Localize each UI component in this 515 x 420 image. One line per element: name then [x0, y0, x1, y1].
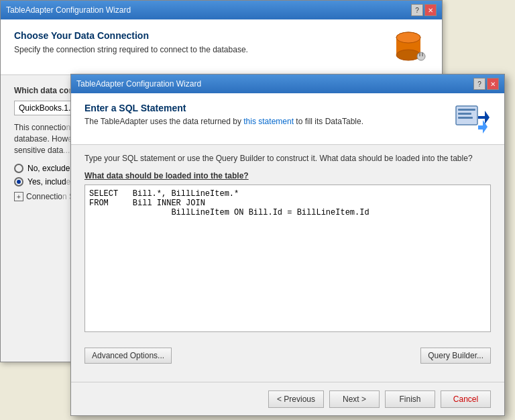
sql-textarea[interactable]: [84, 185, 491, 332]
connection-value: QuickBooks.1.: [19, 103, 70, 113]
fg-instruction: Type your SQL statement or use the Query…: [84, 153, 491, 164]
database-icon: [388, 30, 428, 64]
svg-rect-6: [422, 52, 423, 56]
svg-rect-9: [458, 113, 471, 115]
svg-point-4: [417, 52, 425, 60]
svg-rect-10: [458, 117, 473, 119]
bg-wizard-titlebar: TableAdapter Configuration Wizard ? ✕: [1, 1, 442, 19]
wizard-footer: < Previous Next > Finish Cancel: [71, 382, 504, 415]
fg-titlebar-controls: ? ✕: [473, 78, 499, 90]
next-button[interactable]: Next >: [329, 390, 380, 408]
bg-close-button[interactable]: ✕: [424, 4, 437, 16]
radio-no-circle[interactable]: [14, 164, 23, 173]
radio-yes-circle[interactable]: [14, 177, 23, 187]
bg-wizard-header-text: Choose Your Data Connection Specify the …: [14, 30, 248, 54]
fg-desc-link: this statement: [243, 117, 294, 126]
advanced-options-button[interactable]: Advanced Options...: [84, 348, 172, 364]
fg-wizard-heading: Enter a SQL Statement: [84, 103, 363, 113]
svg-point-3: [396, 32, 420, 43]
bg-wizard-title: TableAdapter Configuration Wizard: [6, 5, 131, 15]
fg-desc-part1: The TableAdapter uses the data returned …: [84, 117, 243, 126]
bg-titlebar-controls: ? ✕: [411, 4, 437, 16]
fg-close-button[interactable]: ✕: [487, 78, 499, 90]
fg-desc-part2: to fill its DataTable.: [294, 117, 363, 126]
fg-bottom-buttons: Advanced Options... Query Builder...: [71, 342, 504, 369]
query-builder-button[interactable]: Query Builder...: [420, 348, 491, 364]
fg-wizard-content: Type your SQL statement or use the Query…: [71, 145, 504, 342]
fg-wizard-titlebar: TableAdapter Configuration Wizard ? ✕: [71, 74, 504, 93]
svg-point-2: [396, 50, 420, 60]
plus-icon[interactable]: +: [14, 192, 23, 201]
fg-wizard-title: TableAdapter Configuration Wizard: [76, 79, 201, 89]
fg-question: What data should be loaded into the tabl…: [84, 171, 491, 180]
cancel-button[interactable]: Cancel: [441, 390, 491, 408]
bg-wizard-heading: Choose Your Data Connection: [14, 30, 248, 41]
svg-rect-5: [419, 52, 420, 56]
fg-wizard-header-text: Enter a SQL Statement The TableAdapter u…: [84, 103, 363, 126]
bg-wizard-description: Specify the connection string required t…: [14, 45, 248, 54]
foreground-wizard: TableAdapter Configuration Wizard ? ✕ En…: [70, 74, 505, 416]
bg-wizard-header: Choose Your Data Connection Specify the …: [1, 19, 442, 75]
bg-help-button[interactable]: ?: [411, 4, 423, 16]
fg-help-button[interactable]: ?: [473, 78, 485, 90]
svg-rect-8: [458, 109, 475, 111]
finish-button[interactable]: Finish: [385, 390, 435, 408]
fg-wizard-header: Enter a SQL Statement The TableAdapter u…: [71, 93, 504, 145]
previous-button[interactable]: < Previous: [268, 390, 324, 408]
radio-no-label: No, exclude...: [27, 164, 76, 173]
fg-wizard-description: The TableAdapter uses the data returned …: [84, 117, 363, 126]
sql-arrows-icon: [451, 103, 491, 136]
